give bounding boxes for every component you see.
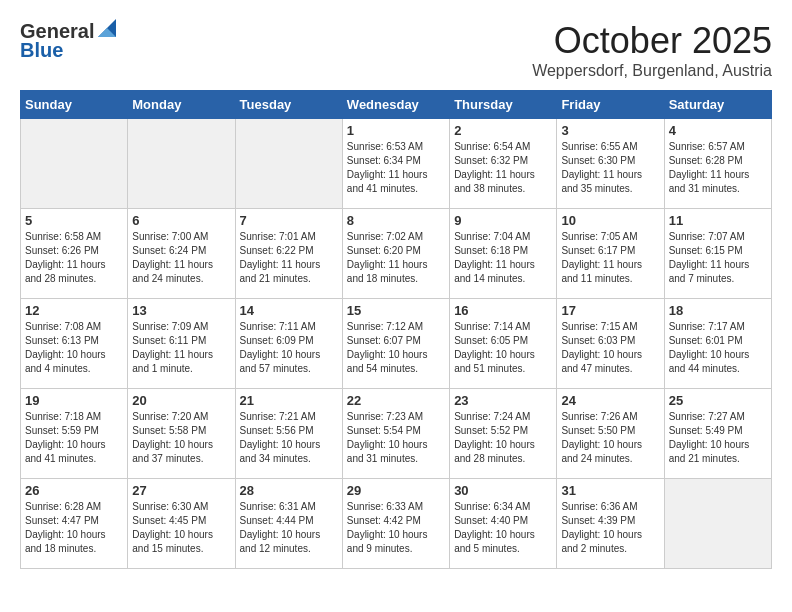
day-number: 29 (347, 483, 445, 498)
weekday-header-sunday: Sunday (21, 91, 128, 119)
day-number: 26 (25, 483, 123, 498)
calendar-cell: 16Sunrise: 7:14 AMSunset: 6:05 PMDayligh… (450, 299, 557, 389)
day-number: 21 (240, 393, 338, 408)
day-info: Sunrise: 6:30 AMSunset: 4:45 PMDaylight:… (132, 500, 230, 556)
logo-blue: Blue (20, 39, 63, 62)
calendar-cell: 22Sunrise: 7:23 AMSunset: 5:54 PMDayligh… (342, 389, 449, 479)
day-info: Sunrise: 7:08 AMSunset: 6:13 PMDaylight:… (25, 320, 123, 376)
day-number: 4 (669, 123, 767, 138)
day-info: Sunrise: 6:36 AMSunset: 4:39 PMDaylight:… (561, 500, 659, 556)
calendar-cell: 21Sunrise: 7:21 AMSunset: 5:56 PMDayligh… (235, 389, 342, 479)
day-info: Sunrise: 7:24 AMSunset: 5:52 PMDaylight:… (454, 410, 552, 466)
calendar-cell: 12Sunrise: 7:08 AMSunset: 6:13 PMDayligh… (21, 299, 128, 389)
day-info: Sunrise: 6:34 AMSunset: 4:40 PMDaylight:… (454, 500, 552, 556)
calendar-cell: 8Sunrise: 7:02 AMSunset: 6:20 PMDaylight… (342, 209, 449, 299)
day-info: Sunrise: 6:55 AMSunset: 6:30 PMDaylight:… (561, 140, 659, 196)
calendar-cell: 20Sunrise: 7:20 AMSunset: 5:58 PMDayligh… (128, 389, 235, 479)
day-info: Sunrise: 7:09 AMSunset: 6:11 PMDaylight:… (132, 320, 230, 376)
calendar-cell: 25Sunrise: 7:27 AMSunset: 5:49 PMDayligh… (664, 389, 771, 479)
day-number: 31 (561, 483, 659, 498)
day-number: 7 (240, 213, 338, 228)
calendar-week-5: 26Sunrise: 6:28 AMSunset: 4:47 PMDayligh… (21, 479, 772, 569)
calendar-cell (128, 119, 235, 209)
day-number: 3 (561, 123, 659, 138)
calendar-cell (664, 479, 771, 569)
title-area: October 2025 Weppersdorf, Burgenland, Au… (532, 20, 772, 80)
page-header: General Blue October 2025 Weppersdorf, B… (20, 20, 772, 80)
day-number: 2 (454, 123, 552, 138)
calendar-cell: 6Sunrise: 7:00 AMSunset: 6:24 PMDaylight… (128, 209, 235, 299)
day-info: Sunrise: 6:33 AMSunset: 4:42 PMDaylight:… (347, 500, 445, 556)
day-info: Sunrise: 7:27 AMSunset: 5:49 PMDaylight:… (669, 410, 767, 466)
day-number: 16 (454, 303, 552, 318)
day-number: 18 (669, 303, 767, 318)
day-number: 1 (347, 123, 445, 138)
day-info: Sunrise: 7:07 AMSunset: 6:15 PMDaylight:… (669, 230, 767, 286)
day-number: 19 (25, 393, 123, 408)
calendar-week-2: 5Sunrise: 6:58 AMSunset: 6:26 PMDaylight… (21, 209, 772, 299)
day-info: Sunrise: 6:53 AMSunset: 6:34 PMDaylight:… (347, 140, 445, 196)
day-info: Sunrise: 7:18 AMSunset: 5:59 PMDaylight:… (25, 410, 123, 466)
calendar-cell: 18Sunrise: 7:17 AMSunset: 6:01 PMDayligh… (664, 299, 771, 389)
day-number: 28 (240, 483, 338, 498)
month-title: October 2025 (532, 20, 772, 62)
day-info: Sunrise: 6:54 AMSunset: 6:32 PMDaylight:… (454, 140, 552, 196)
day-info: Sunrise: 7:02 AMSunset: 6:20 PMDaylight:… (347, 230, 445, 286)
calendar-cell: 5Sunrise: 6:58 AMSunset: 6:26 PMDaylight… (21, 209, 128, 299)
calendar-cell: 14Sunrise: 7:11 AMSunset: 6:09 PMDayligh… (235, 299, 342, 389)
day-number: 5 (25, 213, 123, 228)
day-info: Sunrise: 6:58 AMSunset: 6:26 PMDaylight:… (25, 230, 123, 286)
calendar-cell: 24Sunrise: 7:26 AMSunset: 5:50 PMDayligh… (557, 389, 664, 479)
calendar-cell: 23Sunrise: 7:24 AMSunset: 5:52 PMDayligh… (450, 389, 557, 479)
calendar-cell: 4Sunrise: 6:57 AMSunset: 6:28 PMDaylight… (664, 119, 771, 209)
day-number: 20 (132, 393, 230, 408)
day-info: Sunrise: 7:21 AMSunset: 5:56 PMDaylight:… (240, 410, 338, 466)
day-number: 10 (561, 213, 659, 228)
day-number: 8 (347, 213, 445, 228)
calendar-cell: 2Sunrise: 6:54 AMSunset: 6:32 PMDaylight… (450, 119, 557, 209)
day-number: 13 (132, 303, 230, 318)
day-info: Sunrise: 7:00 AMSunset: 6:24 PMDaylight:… (132, 230, 230, 286)
calendar-week-3: 12Sunrise: 7:08 AMSunset: 6:13 PMDayligh… (21, 299, 772, 389)
weekday-header-thursday: Thursday (450, 91, 557, 119)
calendar-cell: 13Sunrise: 7:09 AMSunset: 6:11 PMDayligh… (128, 299, 235, 389)
day-number: 22 (347, 393, 445, 408)
weekday-header-wednesday: Wednesday (342, 91, 449, 119)
calendar-cell: 31Sunrise: 6:36 AMSunset: 4:39 PMDayligh… (557, 479, 664, 569)
logo-icon (98, 19, 116, 37)
day-number: 11 (669, 213, 767, 228)
day-number: 14 (240, 303, 338, 318)
day-number: 9 (454, 213, 552, 228)
calendar-cell: 15Sunrise: 7:12 AMSunset: 6:07 PMDayligh… (342, 299, 449, 389)
location-title: Weppersdorf, Burgenland, Austria (532, 62, 772, 80)
day-number: 25 (669, 393, 767, 408)
day-info: Sunrise: 6:31 AMSunset: 4:44 PMDaylight:… (240, 500, 338, 556)
day-info: Sunrise: 7:23 AMSunset: 5:54 PMDaylight:… (347, 410, 445, 466)
day-info: Sunrise: 7:05 AMSunset: 6:17 PMDaylight:… (561, 230, 659, 286)
calendar-cell: 27Sunrise: 6:30 AMSunset: 4:45 PMDayligh… (128, 479, 235, 569)
weekday-header-friday: Friday (557, 91, 664, 119)
day-info: Sunrise: 7:17 AMSunset: 6:01 PMDaylight:… (669, 320, 767, 376)
day-number: 17 (561, 303, 659, 318)
calendar-cell: 1Sunrise: 6:53 AMSunset: 6:34 PMDaylight… (342, 119, 449, 209)
day-info: Sunrise: 7:01 AMSunset: 6:22 PMDaylight:… (240, 230, 338, 286)
calendar-cell: 26Sunrise: 6:28 AMSunset: 4:47 PMDayligh… (21, 479, 128, 569)
calendar-cell (235, 119, 342, 209)
calendar-week-4: 19Sunrise: 7:18 AMSunset: 5:59 PMDayligh… (21, 389, 772, 479)
calendar-cell (21, 119, 128, 209)
day-info: Sunrise: 7:26 AMSunset: 5:50 PMDaylight:… (561, 410, 659, 466)
day-info: Sunrise: 7:15 AMSunset: 6:03 PMDaylight:… (561, 320, 659, 376)
calendar-table: SundayMondayTuesdayWednesdayThursdayFrid… (20, 90, 772, 569)
calendar-cell: 30Sunrise: 6:34 AMSunset: 4:40 PMDayligh… (450, 479, 557, 569)
calendar-cell: 11Sunrise: 7:07 AMSunset: 6:15 PMDayligh… (664, 209, 771, 299)
calendar-cell: 29Sunrise: 6:33 AMSunset: 4:42 PMDayligh… (342, 479, 449, 569)
calendar-cell: 3Sunrise: 6:55 AMSunset: 6:30 PMDaylight… (557, 119, 664, 209)
day-info: Sunrise: 7:11 AMSunset: 6:09 PMDaylight:… (240, 320, 338, 376)
day-number: 24 (561, 393, 659, 408)
day-number: 30 (454, 483, 552, 498)
day-info: Sunrise: 7:14 AMSunset: 6:05 PMDaylight:… (454, 320, 552, 376)
day-number: 12 (25, 303, 123, 318)
day-number: 23 (454, 393, 552, 408)
day-info: Sunrise: 7:12 AMSunset: 6:07 PMDaylight:… (347, 320, 445, 376)
day-info: Sunrise: 6:28 AMSunset: 4:47 PMDaylight:… (25, 500, 123, 556)
